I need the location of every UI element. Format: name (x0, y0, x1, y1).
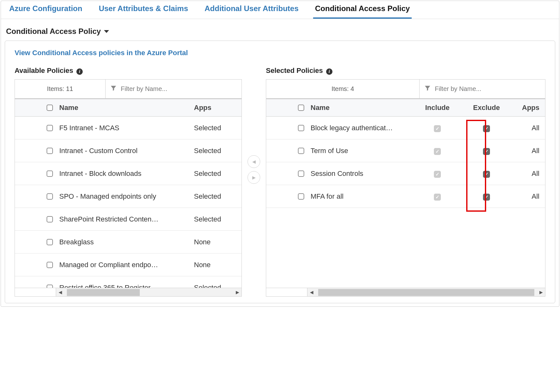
azure-portal-link[interactable]: View Conditional Access policies in the … (15, 49, 188, 57)
row-checkbox[interactable] (47, 125, 53, 131)
filter-icon (424, 85, 431, 93)
available-select-all-checkbox[interactable] (47, 105, 53, 111)
selected-filter-input[interactable] (435, 85, 541, 93)
policy-apps: All (513, 124, 545, 132)
move-right-button[interactable]: ▶ (248, 171, 260, 184)
exclude-checkbox[interactable] (483, 194, 490, 201)
policy-apps: Selected (194, 170, 241, 178)
table-row[interactable]: Term of UseAll (266, 139, 545, 162)
policy-apps: Selected (194, 147, 241, 155)
table-row[interactable]: Session ControlsAll (266, 162, 545, 185)
policy-apps: Selected (194, 124, 241, 132)
table-row[interactable]: Block legacy authenticat…All (266, 117, 545, 139)
include-checkbox[interactable] (434, 194, 441, 201)
selected-items-count: Items: 4 (266, 80, 420, 98)
policy-apps: Selected (194, 192, 241, 201)
row-checkbox[interactable] (298, 125, 304, 131)
table-row[interactable]: SPO - Managed endpoints onlySelected (15, 185, 241, 208)
available-hscrollbar[interactable]: ◀ ▶ (56, 288, 242, 297)
row-checkbox[interactable] (47, 239, 53, 245)
tab-conditional-access-policy[interactable]: Conditional Access Policy (313, 1, 412, 19)
info-icon[interactable]: i (76, 68, 83, 75)
filter-icon (110, 85, 117, 93)
chevron-down-icon (104, 30, 109, 33)
row-checkbox[interactable] (47, 216, 53, 222)
selected-rows[interactable]: Block legacy authenticat…AllTerm of UseA… (266, 117, 545, 288)
selected-title: Selected Policies i (266, 67, 545, 75)
policy-apps: Selected (194, 215, 241, 223)
policy-name: Session Controls (311, 170, 415, 178)
selected-header: Name Include Exclude Apps (266, 98, 545, 117)
table-row[interactable]: Intranet - Custom ControlSelected (15, 139, 241, 162)
table-row[interactable]: SharePoint Restricted Conten…Selected (15, 208, 241, 231)
policy-apps: All (513, 170, 545, 178)
policy-name: Term of Use (311, 147, 415, 155)
tab-azure-configuration[interactable]: Azure Configuration (7, 1, 84, 19)
table-row[interactable]: F5 Intranet - MCASSelected (15, 117, 241, 139)
policy-apps: None (194, 261, 241, 269)
transfer-buttons: ◀ ▶ (248, 155, 260, 184)
available-rows[interactable]: F5 Intranet - MCASSelectedIntranet - Cus… (15, 117, 242, 288)
tab-bar: Azure Configuration User Attributes & Cl… (1, 1, 559, 19)
policy-name: F5 Intranet - MCAS (59, 124, 194, 132)
row-checkbox[interactable] (298, 193, 304, 200)
policy-name: Block legacy authenticat… (311, 124, 415, 132)
available-items-count: Items: 11 (15, 80, 106, 98)
column-name[interactable]: Name (59, 104, 194, 112)
available-policies-panel: Available Policies i Items: 11 Name (15, 67, 242, 297)
column-name[interactable]: Name (311, 104, 415, 112)
tab-user-attributes-claims[interactable]: User Attributes & Claims (97, 1, 190, 19)
row-checkbox[interactable] (298, 148, 304, 154)
table-row[interactable]: BreakglassNone (15, 231, 241, 254)
available-title: Available Policies i (15, 67, 242, 75)
column-exclude[interactable]: Exclude (460, 104, 513, 112)
policy-panel: View Conditional Access policies in the … (5, 41, 555, 303)
column-include[interactable]: Include (415, 104, 460, 112)
policy-name: Managed or Compliant endpo… (59, 261, 194, 269)
info-icon[interactable]: i (326, 68, 332, 75)
policy-name: SPO - Managed endpoints only (59, 192, 194, 201)
include-checkbox[interactable] (434, 148, 441, 155)
section-dropdown[interactable]: Conditional Access Policy (1, 19, 559, 41)
include-checkbox[interactable] (434, 125, 441, 132)
row-checkbox[interactable] (47, 170, 53, 177)
exclude-checkbox[interactable] (483, 125, 490, 132)
policy-name: Breakglass (59, 238, 194, 246)
row-checkbox[interactable] (47, 148, 53, 154)
row-checkbox[interactable] (298, 170, 304, 177)
policy-apps: All (513, 147, 545, 155)
section-title: Conditional Access Policy (6, 27, 101, 36)
table-row[interactable]: Managed or Compliant endpo…None (15, 254, 241, 276)
policy-apps: All (513, 192, 545, 201)
policy-apps: Selected (194, 284, 241, 288)
policy-name: Intranet - Custom Control (59, 147, 194, 155)
available-filter-input[interactable] (121, 85, 237, 93)
exclude-checkbox[interactable] (483, 171, 490, 178)
policy-apps: None (194, 238, 241, 246)
policy-name: Restrict office 365 to Register… (59, 284, 194, 288)
selected-hscrollbar[interactable]: ◀ ▶ (307, 288, 545, 297)
include-checkbox[interactable] (434, 171, 441, 178)
move-left-button[interactable]: ◀ (248, 155, 260, 168)
main-panel: Azure Configuration User Attributes & Cl… (1, 1, 559, 307)
table-row[interactable]: MFA for allAll (266, 185, 545, 208)
policy-name: Intranet - Block downloads (59, 170, 194, 178)
column-apps[interactable]: Apps (194, 104, 241, 112)
table-row[interactable]: Restrict office 365 to Register…Selected (15, 276, 241, 288)
tab-additional-user-attributes[interactable]: Additional User Attributes (203, 1, 300, 19)
policy-name: MFA for all (311, 192, 415, 201)
selected-select-all-checkbox[interactable] (298, 105, 304, 111)
row-checkbox[interactable] (47, 285, 53, 288)
table-row[interactable]: Intranet - Block downloadsSelected (15, 162, 241, 185)
row-checkbox[interactable] (47, 262, 53, 268)
column-apps[interactable]: Apps (513, 104, 545, 112)
available-header: Name Apps (15, 98, 242, 117)
selected-policies-panel: Selected Policies i Items: 4 Name (266, 67, 545, 297)
row-checkbox[interactable] (47, 193, 53, 200)
policy-name: SharePoint Restricted Conten… (59, 215, 194, 223)
exclude-checkbox[interactable] (483, 148, 490, 155)
